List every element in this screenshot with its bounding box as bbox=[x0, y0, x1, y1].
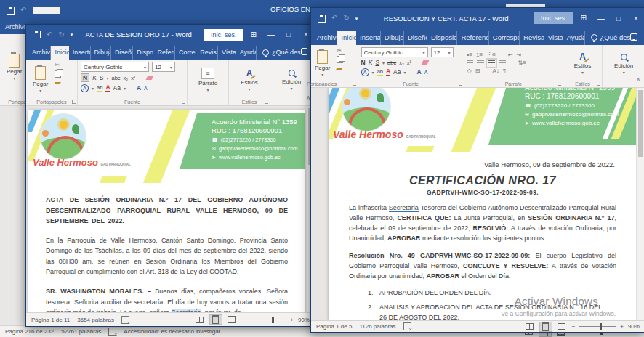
tab-insertar[interactable]: Insertar bbox=[356, 31, 381, 45]
tab-vista[interactable]: Vista bbox=[544, 31, 563, 45]
highlight-color-button[interactable]: ab bbox=[97, 84, 102, 92]
zoom-out-button[interactable]: − bbox=[242, 317, 246, 323]
font-color-button[interactable]: A bbox=[386, 68, 390, 76]
tab-vista[interactable]: Vista bbox=[218, 46, 236, 60]
proofing-icon[interactable] bbox=[108, 328, 116, 336]
font-name-combo[interactable]: Century Gothic ▾ bbox=[361, 47, 428, 57]
web-layout-button[interactable] bbox=[226, 315, 238, 324]
word-count[interactable]: 1126 palabras bbox=[359, 323, 395, 330]
proofing-icon[interactable] bbox=[403, 322, 411, 330]
zoom-slider-thumb[interactable] bbox=[600, 323, 602, 330]
numbering-icon[interactable]: 1≡ bbox=[476, 52, 483, 58]
styles-dialog-launcher[interactable] bbox=[597, 82, 600, 86]
ribbon-display-options-icon[interactable]: ⊞ bbox=[251, 31, 257, 38]
clipboard-dialog-launcher[interactable] bbox=[353, 82, 356, 86]
format-painter-icon[interactable] bbox=[54, 82, 61, 84]
minimize-button[interactable]: — bbox=[592, 8, 610, 28]
tab-ayuda[interactable]: Ayuda bbox=[563, 31, 585, 45]
read-mode-button[interactable] bbox=[524, 322, 536, 331]
titlebar-acta[interactable]: ↶ ↻ ▾ ACTA DE SESION ORD 17 - Word Inic.… bbox=[26, 25, 315, 44]
bullets-icon[interactable]: •≡ bbox=[467, 52, 472, 58]
paste-button[interactable]: Pegar ▾ bbox=[311, 47, 334, 79]
bold-button[interactable]: N bbox=[361, 59, 366, 66]
sign-in-button[interactable]: Inic. ses. bbox=[534, 12, 573, 24]
zoom-slider-thumb[interactable] bbox=[272, 317, 274, 323]
decrease-indent-icon[interactable]: ⇤ bbox=[508, 52, 513, 58]
editing-button[interactable]: Edición ▾ bbox=[611, 52, 637, 75]
document-area-acta[interactable]: Acuerdo Ministerial N° 1359 RUC : 176812… bbox=[26, 106, 315, 312]
shrink-font-button[interactable]: A bbox=[144, 86, 148, 91]
tab-archivo[interactable]: Archivo bbox=[28, 46, 51, 60]
tell-me-box[interactable]: ¿Qué des bbox=[591, 33, 631, 45]
tab-ayuda[interactable]: Ayuda bbox=[236, 46, 257, 60]
comments-icon[interactable] bbox=[630, 33, 637, 41]
save-icon[interactable] bbox=[33, 31, 41, 38]
paste-button[interactable]: Pegar ▾ bbox=[29, 62, 52, 97]
grow-font-button[interactable]: A bbox=[137, 84, 141, 92]
web-layout-button[interactable] bbox=[556, 322, 568, 331]
styles-dialog-launcher[interactable] bbox=[265, 100, 268, 104]
italic-button[interactable]: K bbox=[369, 59, 373, 66]
highlight-color-button[interactable]: ab bbox=[377, 68, 383, 76]
document-area-cert[interactable]: Acuerdo Ministerial N° 1359 RUC : 176812… bbox=[311, 88, 644, 320]
tab-revisar[interactable]: Revisar bbox=[520, 31, 544, 45]
zoom-slider[interactable] bbox=[249, 320, 286, 320]
sign-in-button[interactable]: Inic. ses. bbox=[204, 29, 243, 41]
align-right-icon[interactable] bbox=[499, 60, 506, 66]
font-dialog-launcher[interactable] bbox=[182, 100, 185, 104]
redo-icon[interactable]: ↻ bbox=[58, 31, 64, 38]
align-center-icon[interactable] bbox=[477, 60, 484, 66]
editing-button[interactable]: Edición ▾ bbox=[278, 68, 305, 91]
pilcrow-icon[interactable]: ¶ bbox=[503, 68, 506, 74]
format-painter-icon[interactable] bbox=[336, 68, 343, 70]
save-icon[interactable] bbox=[7, 7, 15, 15]
zoom-level[interactable]: 90% bbox=[298, 317, 310, 323]
page-indicator[interactable]: Página 1 de 11 bbox=[31, 317, 70, 323]
page-indicator[interactable]: Página 216 de 232 bbox=[5, 328, 54, 335]
paragraph-button[interactable]: ≡ Párrafo ▾ bbox=[195, 68, 221, 92]
strikethrough-button[interactable]: abc bbox=[112, 75, 121, 81]
paste-button[interactable]: Pegar ▾ bbox=[3, 36, 25, 97]
styles-button[interactable]: A Estilos ▾ bbox=[237, 68, 262, 92]
clipboard-dialog-launcher[interactable] bbox=[72, 100, 76, 104]
ribbon-display-options-icon[interactable]: ⊞ bbox=[581, 15, 587, 22]
font-size-combo[interactable]: 12 ▾ bbox=[431, 47, 454, 57]
undo-icon[interactable]: ↶ bbox=[20, 7, 26, 14]
tab-disposicion[interactable]: Dispo. bbox=[133, 46, 153, 60]
paragraph-dialog-launcher[interactable] bbox=[558, 82, 561, 86]
justify-icon[interactable] bbox=[488, 60, 495, 66]
word-count[interactable]: 52761 palabras bbox=[61, 328, 101, 335]
close-button[interactable]: × bbox=[627, 8, 644, 28]
shading-icon[interactable]: ◇ bbox=[467, 68, 472, 74]
grow-font-button[interactable]: A bbox=[417, 68, 422, 76]
underline-button[interactable]: S bbox=[100, 74, 104, 81]
tab-referencias[interactable]: Refere bbox=[153, 46, 174, 60]
collapse-ribbon-icon[interactable]: ∧ bbox=[636, 76, 640, 83]
zoom-out-button[interactable]: − bbox=[572, 323, 576, 330]
tab-inicio-sliver[interactable] bbox=[33, 7, 60, 14]
clear-format-icon[interactable] bbox=[422, 60, 430, 65]
tab-revisar[interactable]: Revisa bbox=[196, 46, 218, 60]
save-icon[interactable] bbox=[318, 15, 326, 23]
minimize-button[interactable]: — bbox=[262, 25, 280, 44]
cut-icon[interactable]: ✂ bbox=[337, 47, 343, 54]
maximize-button[interactable]: □ bbox=[610, 8, 627, 28]
spellcheck-word[interactable]: Secretaria bbox=[172, 309, 201, 312]
tab-dibujar[interactable]: Dibujar bbox=[381, 31, 404, 45]
tab-correspondencia[interactable]: Correspon bbox=[489, 31, 520, 45]
undo-icon[interactable]: ↶ bbox=[331, 15, 337, 22]
styles-button[interactable]: A Estilos ▾ bbox=[571, 52, 595, 75]
italic-button[interactable]: K bbox=[92, 74, 97, 81]
clear-format-icon[interactable] bbox=[145, 76, 153, 80]
proofing-icon[interactable] bbox=[121, 316, 129, 324]
cut-icon[interactable]: ✂ bbox=[55, 62, 61, 68]
read-mode-button[interactable] bbox=[194, 315, 206, 324]
print-layout-button[interactable] bbox=[210, 315, 222, 324]
vertical-scrollbar[interactable] bbox=[636, 88, 644, 320]
shrink-font-button[interactable]: A bbox=[424, 70, 428, 75]
multilevel-list-icon[interactable]: ⋮≡ bbox=[486, 52, 496, 58]
maximize-button[interactable]: □ bbox=[280, 25, 297, 44]
accessibility-status[interactable]: Accesibilidad: es necesario investigar bbox=[124, 328, 220, 335]
tab-dibujar[interactable]: Dibuja bbox=[91, 46, 111, 60]
increase-indent-icon[interactable]: ⇥ bbox=[517, 52, 522, 58]
